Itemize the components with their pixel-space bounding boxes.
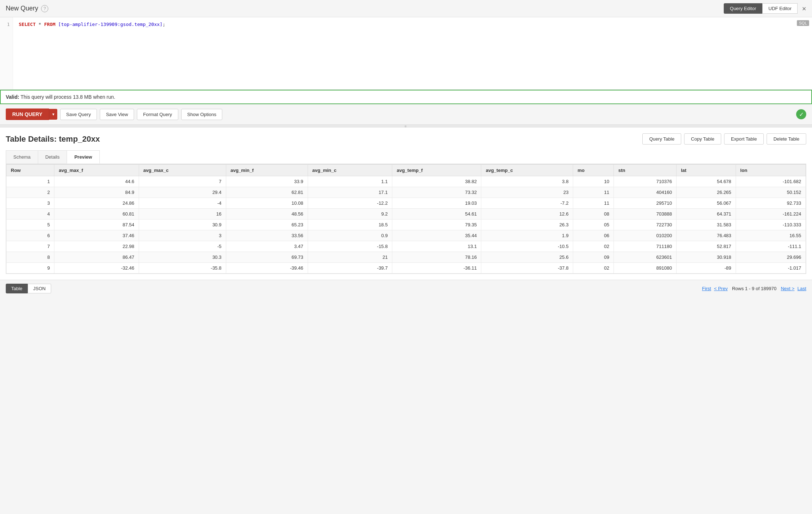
table-row: 324.86-410.08-12.219.03-7.21129571056.06… [6, 198, 806, 209]
table-cell: -110.333 [736, 220, 806, 230]
table-cell: 295710 [614, 198, 677, 209]
table-cell: 13.1 [392, 241, 481, 252]
table-cell: 23 [481, 187, 573, 198]
table-cell: -161.224 [736, 209, 806, 220]
table-cell: 10 [573, 176, 614, 187]
table-cell: 7 [6, 241, 54, 252]
table-cell: 703888 [614, 209, 677, 220]
save-view-button[interactable]: Save View [100, 109, 134, 120]
run-query-button[interactable]: RUN QUERY [6, 108, 49, 120]
table-cell: 78.16 [392, 252, 481, 263]
pagination-info: Rows 1 - 9 of 189970 [732, 286, 777, 291]
header-tabs: Query Editor UDF Editor × [724, 3, 806, 14]
table-cell: -39.46 [226, 263, 308, 274]
table-cell: 10.08 [226, 198, 308, 209]
save-query-button[interactable]: Save Query [60, 109, 97, 120]
table-cell: 30.918 [677, 252, 736, 263]
table-cell: -10.5 [481, 241, 573, 252]
table-cell: 56.067 [677, 198, 736, 209]
table-cell: 05 [573, 220, 614, 230]
footer-tab-json[interactable]: JSON [28, 284, 51, 293]
query-table-button[interactable]: Query Table [642, 133, 681, 145]
table-cell: 404160 [614, 187, 677, 198]
tab-preview[interactable]: Preview [67, 150, 99, 164]
run-query-dropdown[interactable]: ▾ [49, 109, 57, 120]
toolbar: RUN QUERY ▾ Save Query Save View Format … [0, 104, 812, 125]
table-cell: 16.55 [736, 230, 806, 241]
table-cell: 1 [6, 176, 54, 187]
pagination-last[interactable]: Last [797, 286, 806, 291]
pagination-first[interactable]: First [702, 286, 711, 291]
copy-table-button[interactable]: Copy Table [684, 133, 721, 145]
page-title: New Query [6, 5, 38, 12]
table-cell: 3 [6, 198, 54, 209]
table-cell: 1.1 [308, 176, 392, 187]
table-cell: 010200 [614, 230, 677, 241]
pagination-next[interactable]: Next > [781, 286, 794, 291]
table-cell: -39.7 [308, 263, 392, 274]
table-cell: -89 [677, 263, 736, 274]
table-cell: 48.56 [226, 209, 308, 220]
table-cell: 11 [573, 198, 614, 209]
table-cell: -101.682 [736, 176, 806, 187]
close-button[interactable]: × [802, 5, 806, 12]
table-cell: 29.696 [736, 252, 806, 263]
tab-details[interactable]: Details [38, 150, 67, 164]
format-query-button[interactable]: Format Query [137, 109, 178, 120]
export-table-button[interactable]: Export Table [724, 133, 764, 145]
drag-handle[interactable]: ≡ [405, 124, 407, 128]
table-cell: 02 [573, 263, 614, 274]
show-options-button[interactable]: Show Options [181, 109, 223, 120]
col-lat: lat [677, 165, 736, 176]
table-cell: 26.265 [677, 187, 736, 198]
col-lon: lon [736, 165, 806, 176]
help-icon[interactable]: ? [41, 5, 48, 12]
table-cell: 79.35 [392, 220, 481, 230]
table-cell: 3 [139, 230, 226, 241]
table-cell: 54.678 [677, 176, 736, 187]
sub-tabs: Schema Details Preview [6, 150, 806, 164]
table-cell: 24.86 [54, 198, 139, 209]
table-cell: 65.23 [226, 220, 308, 230]
table-cell: 33.56 [226, 230, 308, 241]
pagination: First < Prev Rows 1 - 9 of 189970 Next >… [702, 286, 806, 291]
table-cell: -15.8 [308, 241, 392, 252]
table-cell: 0.9 [308, 230, 392, 241]
delete-table-button[interactable]: Delete Table [767, 133, 806, 145]
table-cell: 623601 [614, 252, 677, 263]
table-cell: 73.32 [392, 187, 481, 198]
tab-udf-editor[interactable]: UDF Editor [762, 3, 798, 14]
footer-tabs: Table JSON [6, 284, 51, 293]
table-cell: 6 [6, 230, 54, 241]
tab-query-editor[interactable]: Query Editor [724, 3, 762, 14]
col-stn: stn [614, 165, 677, 176]
table-row: 637.46333.560.935.441.90601020076.48316.… [6, 230, 806, 241]
data-table-wrap: Row avg_max_f avg_max_c avg_min_f avg_mi… [6, 164, 806, 274]
table-row: 9-32.46-35.8-39.46-39.7-36.11-37.8028910… [6, 263, 806, 274]
table-cell: 1.9 [481, 230, 573, 241]
table-cell: 54.61 [392, 209, 481, 220]
table-cell: 44.6 [54, 176, 139, 187]
run-query-group: RUN QUERY ▾ [6, 108, 57, 120]
table-cell: 60.81 [54, 209, 139, 220]
table-cell: 84.9 [54, 187, 139, 198]
table-cell: -4 [139, 198, 226, 209]
code-area[interactable]: SELECT * FROM [top-amplifier-139909:gsod… [13, 17, 812, 89]
col-avg-min-f: avg_min_f [226, 165, 308, 176]
table-cell: -1.017 [736, 263, 806, 274]
table-cell: 3.8 [481, 176, 573, 187]
table-cell: 62.81 [226, 187, 308, 198]
table-cell: -12.2 [308, 198, 392, 209]
pagination-prev[interactable]: < Prev [714, 286, 728, 291]
table-cell: 29.4 [139, 187, 226, 198]
success-icon: ✓ [796, 109, 806, 119]
footer-tab-table[interactable]: Table [6, 284, 28, 293]
table-cell: 710376 [614, 176, 677, 187]
table-cell: -37.8 [481, 263, 573, 274]
col-row: Row [6, 165, 54, 176]
table-cell: 86.47 [54, 252, 139, 263]
table-row: 284.929.462.8117.173.32231140416026.2655… [6, 187, 806, 198]
tab-schema[interactable]: Schema [6, 150, 38, 164]
table-cell: 52.817 [677, 241, 736, 252]
table-cell: 09 [573, 252, 614, 263]
